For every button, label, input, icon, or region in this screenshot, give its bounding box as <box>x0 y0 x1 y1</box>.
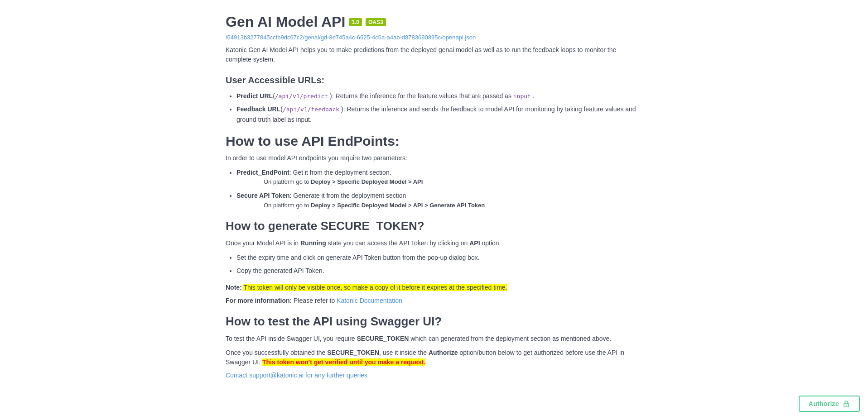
swagger-para2: Once you successfully obtained the SECUR… <box>226 348 642 367</box>
how-to-use-section: How to use API EndPoints: In order to us… <box>226 134 642 210</box>
how-to-use-intro: In order to use model API endpoints you … <box>226 153 642 163</box>
token-note-highlighted: This token will only be visible once, so… <box>243 284 507 291</box>
secure-token-ref2: SECURE_TOKEN <box>327 349 379 356</box>
running-state-label: Running <box>300 239 326 247</box>
generate-token-step2: Copy the generated API Token. <box>236 266 642 276</box>
katonic-doc-link[interactable]: Katonic Documentation <box>337 297 402 304</box>
secure-token-ref1: SECURE_TOKEN <box>357 335 409 342</box>
more-info-label: For more information: <box>226 297 292 304</box>
oas-badge: OAS3 <box>366 18 386 26</box>
how-to-use-heading: How to use API EndPoints: <box>226 134 642 149</box>
api-option-label: API <box>469 239 480 247</box>
token-warning: This token won't get verified until you … <box>262 358 425 366</box>
generate-token-section: How to generate SECURE_TOKEN? Once your … <box>226 219 642 305</box>
user-urls-list: Predict URL(/api/v1/predict ): Returns t… <box>226 91 642 124</box>
secure-token-note: On platform go to Deploy > Specific Depl… <box>236 201 642 210</box>
authorize-button[interactable]: Authorize <box>799 396 860 412</box>
lock-icon <box>843 400 850 407</box>
predict-url-item: Predict URL(/api/v1/predict ): Returns t… <box>236 91 642 101</box>
authorize-ref: Authorize <box>429 349 458 356</box>
how-to-use-list: Predict_EndPoint: Get it from the deploy… <box>226 167 642 210</box>
feedback-url-code: /api/v1/feedback <box>283 106 339 113</box>
version-badge: 1.0 <box>349 18 362 26</box>
predict-url-label: Predict URL <box>236 92 273 100</box>
user-urls-section: User Accessible URLs: Predict URL(/api/v… <box>226 75 642 124</box>
contact-link[interactable]: Contact support@katonic.ai for any furth… <box>226 372 367 379</box>
generate-token-list: Set the expiry time and click on generat… <box>226 253 642 276</box>
swagger-section: How to test the API using Swagger UI? To… <box>226 315 642 379</box>
generate-token-step1: Set the expiry time and click on generat… <box>236 253 642 262</box>
swagger-para1: To test the API inside Swagger UI, you r… <box>226 334 642 344</box>
api-title-row: Gen AI Model API 1.0 OAS3 <box>226 14 642 30</box>
swagger-heading: How to test the API using Swagger UI? <box>226 315 642 329</box>
secure-token-label: Secure API Token <box>236 192 289 199</box>
predict-url-code: /api/v1/predict <box>275 93 328 100</box>
token-note-line: Note: This token will only be visible on… <box>226 283 642 292</box>
authorize-button-label: Authorize <box>809 400 839 407</box>
more-info-line: For more information: Please refer to Ka… <box>226 296 642 305</box>
api-description: Katonic Gen AI Model API helps you to ma… <box>226 45 642 64</box>
spec-link[interactable]: /64913b3277845ccfb9dc67c2/genai/gd-8e745… <box>226 34 642 41</box>
predict-endpoint-label: Predict_EndPoint <box>236 169 289 176</box>
generate-token-heading: How to generate SECURE_TOKEN? <box>226 219 642 233</box>
generate-token-intro: Once your Model API is in Running state … <box>226 239 642 248</box>
authorize-button-container: Authorize <box>799 396 860 412</box>
api-title: Gen AI Model API <box>226 14 345 30</box>
user-urls-heading: User Accessible URLs: <box>226 75 642 86</box>
feedback-url-item: Feedback URL(/api/v1/feedback ): Returns… <box>236 104 642 124</box>
svg-point-1 <box>846 405 847 406</box>
predict-endpoint-note: On platform go to Deploy > Specific Depl… <box>236 177 642 187</box>
note-label: Note: <box>226 284 242 291</box>
predict-endpoint-item: Predict_EndPoint: Get it from the deploy… <box>236 167 642 187</box>
secure-token-item: Secure API Token: Generate it from the d… <box>236 191 642 210</box>
main-content: Gen AI Model API 1.0 OAS3 /64913b3277845… <box>217 0 651 420</box>
predict-url-input: input <box>513 93 531 100</box>
feedback-url-label: Feedback URL <box>236 105 280 113</box>
